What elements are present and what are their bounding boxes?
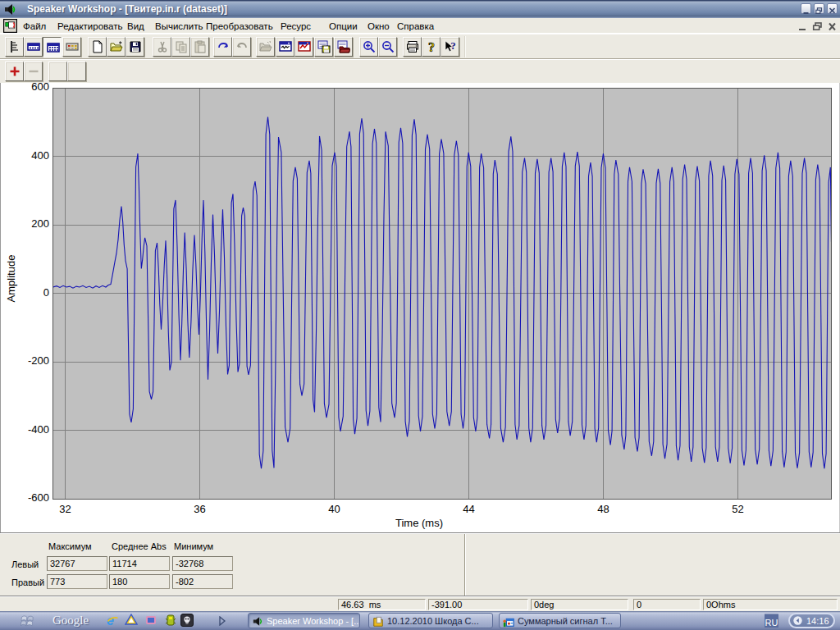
svg-text:?: ? (450, 40, 456, 52)
svg-text:?: ? (428, 40, 435, 53)
svg-text:e: e (107, 614, 114, 627)
